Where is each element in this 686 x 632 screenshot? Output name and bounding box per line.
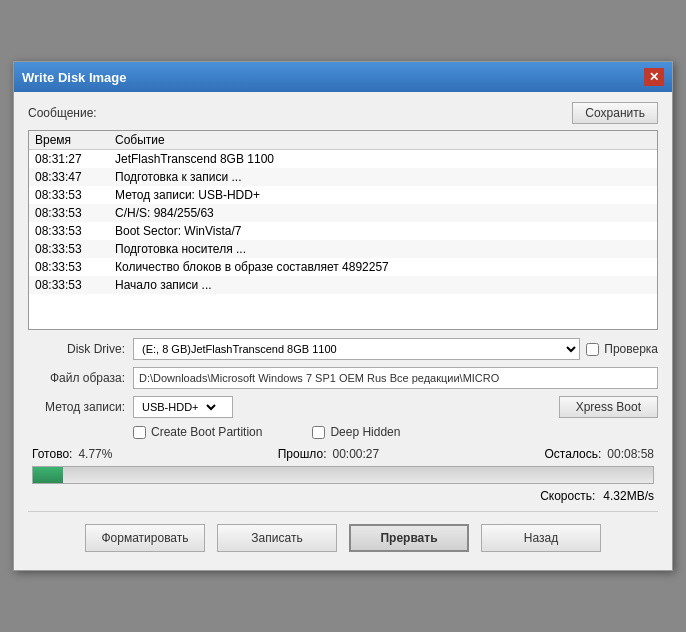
log-time: 08:33:47 xyxy=(29,168,109,186)
method-select-wrapper[interactable]: USB-HDD+ USB-ZIP+ USB-HDD xyxy=(133,396,233,418)
log-time: 08:31:27 xyxy=(29,150,109,168)
format-button[interactable]: Форматировать xyxy=(85,524,205,552)
method-select[interactable]: USB-HDD+ USB-ZIP+ USB-HDD xyxy=(134,397,219,417)
log-event: Количество блоков в образе составляет 48… xyxy=(109,258,657,276)
save-button[interactable]: Сохранить xyxy=(572,102,658,124)
log-container: Время Событие 08:31:27JetFlashTranscend … xyxy=(28,130,658,330)
main-window: Write Disk Image ✕ Сообщение: Сохранить … xyxy=(13,61,673,571)
message-label: Сообщение: xyxy=(28,106,97,120)
close-button[interactable]: ✕ xyxy=(644,68,664,86)
write-button[interactable]: Записать xyxy=(217,524,337,552)
log-data-table: 08:31:27JetFlashTranscend 8GB 110008:33:… xyxy=(29,150,657,294)
verify-checkbox[interactable] xyxy=(586,343,599,356)
disk-drive-select-wrapper[interactable]: (E:, 8 GB)JetFlashTranscend 8GB 1100 xyxy=(133,338,580,360)
verify-label: Проверка xyxy=(604,342,658,356)
log-event: Подготовка носителя ... xyxy=(109,240,657,258)
image-file-row: Файл образа: xyxy=(28,367,658,389)
log-row: 08:31:27JetFlashTranscend 8GB 1100 xyxy=(29,150,657,168)
divider xyxy=(28,511,658,512)
log-time: 08:33:53 xyxy=(29,222,109,240)
log-time: 08:33:53 xyxy=(29,204,109,222)
log-time: 08:33:53 xyxy=(29,240,109,258)
remaining-stat: Осталось: 00:08:58 xyxy=(545,447,654,461)
options-row: Create Boot Partition Deep Hidden xyxy=(28,425,658,439)
speed-value: 4.32MB/s xyxy=(603,489,654,503)
create-boot-checkbox[interactable] xyxy=(133,426,146,439)
log-row: 08:33:53Начало записи ... xyxy=(29,276,657,294)
deep-hidden-checkbox[interactable] xyxy=(312,426,325,439)
method-row: Метод записи: USB-HDD+ USB-ZIP+ USB-HDD … xyxy=(28,396,658,418)
window-title: Write Disk Image xyxy=(22,70,127,85)
ready-stat: Готово: 4.77% xyxy=(32,447,112,461)
log-row: 08:33:53Подготовка носителя ... xyxy=(29,240,657,258)
progress-bar xyxy=(32,466,654,484)
create-boot-label: Create Boot Partition xyxy=(151,425,262,439)
log-row: 08:33:53Boot Sector: WinVista/7 xyxy=(29,222,657,240)
log-table: Время Событие xyxy=(29,131,657,150)
message-row: Сообщение: Сохранить xyxy=(28,102,658,124)
back-button[interactable]: Назад xyxy=(481,524,601,552)
log-row: 08:33:53Метод записи: USB-HDD+ xyxy=(29,186,657,204)
log-event: C/H/S: 984/255/63 xyxy=(109,204,657,222)
progress-fill xyxy=(33,467,63,483)
log-event: JetFlashTranscend 8GB 1100 xyxy=(109,150,657,168)
titlebar: Write Disk Image ✕ xyxy=(14,62,672,92)
deep-hidden-label: Deep Hidden xyxy=(330,425,400,439)
log-time: 08:33:53 xyxy=(29,258,109,276)
remaining-value: 00:08:58 xyxy=(607,447,654,461)
elapsed-value: 00:00:27 xyxy=(332,447,379,461)
log-time: 08:33:53 xyxy=(29,186,109,204)
disk-drive-select[interactable]: (E:, 8 GB)JetFlashTranscend 8GB 1100 xyxy=(134,339,579,359)
disk-drive-row: Disk Drive: (E:, 8 GB)JetFlashTranscend … xyxy=(28,338,658,360)
xpress-boot-button[interactable]: Xpress Boot xyxy=(559,396,658,418)
log-event: Метод записи: USB-HDD+ xyxy=(109,186,657,204)
col-time: Время xyxy=(29,131,109,150)
log-event: Boot Sector: WinVista/7 xyxy=(109,222,657,240)
buttons-row: Форматировать Записать Прервать Назад xyxy=(28,518,658,560)
log-scroll-area[interactable]: 08:31:27JetFlashTranscend 8GB 110008:33:… xyxy=(29,150,657,324)
method-label: Метод записи: xyxy=(28,400,133,414)
log-row: 08:33:53C/H/S: 984/255/63 xyxy=(29,204,657,222)
disk-drive-label: Disk Drive: xyxy=(28,342,133,356)
elapsed-stat: Прошло: 00:00:27 xyxy=(278,447,379,461)
stats-row: Готово: 4.77% Прошло: 00:00:27 Осталось:… xyxy=(32,447,654,461)
col-event: Событие xyxy=(109,131,657,150)
log-row: 08:33:53Количество блоков в образе соста… xyxy=(29,258,657,276)
image-file-label: Файл образа: xyxy=(28,371,133,385)
progress-section: Готово: 4.77% Прошло: 00:00:27 Осталось:… xyxy=(28,447,658,503)
verify-checkbox-label: Проверка xyxy=(586,342,658,356)
ready-label: Готово: xyxy=(32,447,72,461)
image-file-input[interactable] xyxy=(133,367,658,389)
log-row: 08:33:47Подготовка к записи ... xyxy=(29,168,657,186)
log-event: Начало записи ... xyxy=(109,276,657,294)
log-event: Подготовка к записи ... xyxy=(109,168,657,186)
abort-button[interactable]: Прервать xyxy=(349,524,469,552)
remaining-label: Осталось: xyxy=(545,447,602,461)
speed-row: Скорость: 4.32MB/s xyxy=(32,489,654,503)
elapsed-label: Прошло: xyxy=(278,447,327,461)
create-boot-checkbox-label: Create Boot Partition xyxy=(133,425,262,439)
ready-value: 4.77% xyxy=(78,447,112,461)
log-time: 08:33:53 xyxy=(29,276,109,294)
deep-hidden-checkbox-label: Deep Hidden xyxy=(312,425,400,439)
speed-label: Скорость: xyxy=(540,489,595,503)
